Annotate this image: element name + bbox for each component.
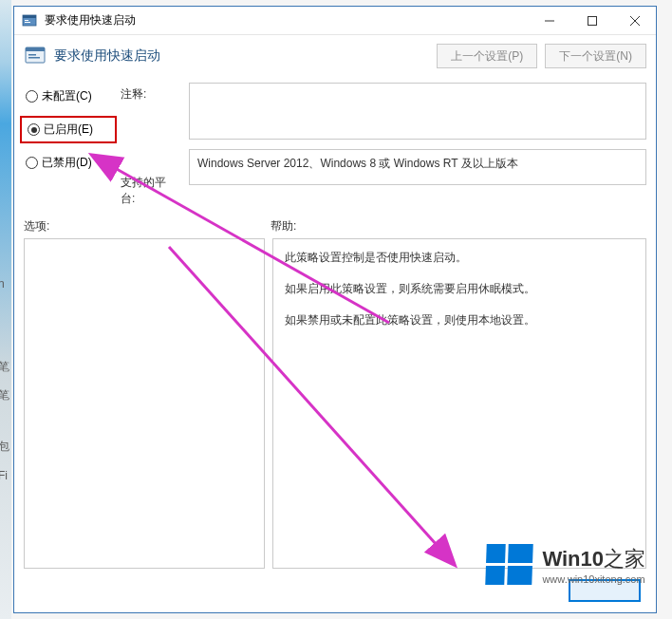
watermark-url: www.win10xitong.com <box>542 573 645 585</box>
svg-rect-9 <box>26 47 45 51</box>
policy-editor-window: 要求使用快速启动 要求使用快速启动 上一个设置(P) 下一个设置(N) 未配置(… <box>13 6 657 613</box>
help-text: 如果启用此策略设置，则系统需要启用休眠模式。 <box>285 280 634 298</box>
bg-text: 笔 <box>0 387 9 403</box>
policy-title: 要求使用快速启动 <box>54 47 429 65</box>
bg-text: 包 <box>0 439 9 455</box>
help-text: 如果禁用或未配置此策略设置，则使用本地设置。 <box>285 311 634 329</box>
close-button[interactable] <box>613 7 656 34</box>
help-text: 此策略设置控制是否使用快速启动。 <box>285 249 634 267</box>
help-panel: 此策略设置控制是否使用快速启动。 如果启用此策略设置，则系统需要启用休眠模式。 … <box>272 238 646 569</box>
window-title: 要求使用快速启动 <box>45 12 136 28</box>
radio-label: 未配置(C) <box>42 88 92 104</box>
radio-icon <box>28 123 40 136</box>
svg-rect-11 <box>28 57 40 59</box>
header-row: 要求使用快速启动 上一个设置(P) 下一个设置(N) <box>14 35 656 77</box>
prev-setting-button[interactable]: 上一个设置(P) <box>437 44 537 68</box>
radio-label: 已启用(E) <box>44 122 93 138</box>
platforms-label: 支持的平台: <box>121 175 179 207</box>
comment-textarea[interactable] <box>189 83 646 140</box>
bg-text: Fi <box>0 469 8 482</box>
radio-enabled[interactable]: 已启用(E) <box>20 116 117 143</box>
config-row: 未配置(C) 已启用(E) 已禁用(D) 注释: 支持的平台: Windows … <box>14 77 656 207</box>
radio-label: 已禁用(D) <box>42 155 92 171</box>
minimize-button[interactable] <box>528 7 570 34</box>
options-label: 选项: <box>24 218 271 234</box>
help-label: 帮助: <box>271 218 296 234</box>
radio-icon <box>26 157 38 169</box>
radio-icon <box>26 90 38 103</box>
svg-rect-1 <box>23 15 36 18</box>
comment-label: 注释: <box>121 83 179 103</box>
svg-rect-2 <box>25 20 28 21</box>
policy-icon <box>24 45 47 67</box>
watermark: Win10之家 www.win10xitong.com <box>486 544 645 585</box>
next-setting-button[interactable]: 下一个设置(N) <box>545 44 646 68</box>
svg-rect-5 <box>588 16 596 25</box>
platforms-field: Windows Server 2012、Windows 8 或 Windows … <box>189 149 646 185</box>
windows-logo-icon <box>486 544 534 585</box>
radio-not-configured[interactable]: 未配置(C) <box>24 86 113 106</box>
titlebar: 要求使用快速启动 <box>14 7 656 35</box>
svg-rect-10 <box>28 54 36 56</box>
radio-disabled[interactable]: 已禁用(D) <box>24 153 113 173</box>
maximize-button[interactable] <box>570 7 613 34</box>
bg-text: n <box>0 277 5 291</box>
bg-text: 笔 <box>0 359 9 375</box>
app-icon <box>22 13 37 28</box>
options-panel <box>24 238 265 569</box>
svg-rect-3 <box>25 22 30 23</box>
watermark-title: Win10之家 <box>542 545 645 573</box>
